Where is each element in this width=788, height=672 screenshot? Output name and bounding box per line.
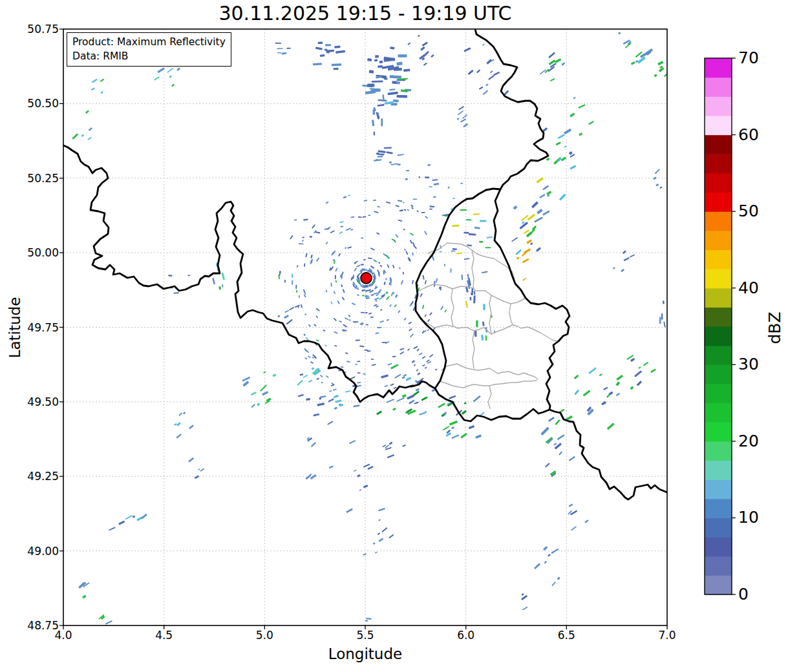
echo-pixel xyxy=(429,186,432,187)
echo-pixel xyxy=(661,313,663,320)
echo-pixel xyxy=(423,411,427,415)
colorbar-tick-label: 50 xyxy=(738,202,777,220)
echo-pixel xyxy=(314,324,317,326)
echo-pixel xyxy=(425,280,427,284)
echo-pixel xyxy=(339,221,344,223)
echo-pixel xyxy=(341,284,343,288)
echo-pixel xyxy=(251,404,255,408)
echo-pixel xyxy=(363,485,368,488)
echo-pixel xyxy=(460,183,463,184)
echo-pixel xyxy=(222,284,224,288)
echo-pixel xyxy=(303,375,308,379)
echo-pixel xyxy=(440,306,443,310)
colorbar-band xyxy=(705,364,732,384)
echo-pixel xyxy=(449,395,456,399)
echo-pixel xyxy=(448,187,450,189)
echo-pixel xyxy=(464,258,470,260)
echo-pixel xyxy=(325,344,327,346)
regional-border-line xyxy=(435,381,537,388)
echo-pixel xyxy=(522,221,525,224)
echo-pixel xyxy=(376,294,379,297)
echo-pixel xyxy=(379,265,382,268)
echo-pixel xyxy=(409,328,412,331)
echo-pixel xyxy=(348,319,351,321)
echo-pixel xyxy=(377,327,381,328)
echo-pixel xyxy=(450,268,451,273)
regional-border-line xyxy=(472,250,474,288)
echo-pixel xyxy=(423,63,427,67)
info-box: Product: Maximum Reflectivity Data: RMIB xyxy=(67,32,231,67)
echo-pixel xyxy=(568,503,573,507)
echo-pixel xyxy=(304,294,306,297)
echo-pixel xyxy=(325,202,328,204)
echo-pixel xyxy=(72,133,78,140)
echo-pixel xyxy=(398,54,407,58)
echo-pixel xyxy=(323,330,325,331)
echo-pixel xyxy=(634,370,642,377)
colorbar-band xyxy=(705,211,732,231)
echo-pixel xyxy=(420,293,423,297)
echo-pixel xyxy=(375,300,378,302)
echo-pixel xyxy=(485,335,487,341)
echo-pixel xyxy=(381,374,389,378)
echo-pixel xyxy=(377,104,384,107)
echo-pixel xyxy=(325,242,328,245)
echo-pixel xyxy=(542,210,550,215)
echo-pixel xyxy=(488,75,495,80)
echo-pixel xyxy=(397,95,407,98)
y-tick-label: 48.75 xyxy=(14,619,59,632)
echo-pixel xyxy=(315,231,321,233)
echo-pixel xyxy=(425,176,429,178)
echo-pixel xyxy=(413,198,418,200)
echo-pixel xyxy=(289,307,294,311)
x-tick-label: 5.5 xyxy=(346,629,385,642)
echo-pixel xyxy=(394,374,401,379)
echo-pixel xyxy=(371,359,374,360)
echo-pixel xyxy=(302,240,304,242)
echo-pixel xyxy=(384,147,392,149)
echo-pixel xyxy=(330,282,332,286)
echo-pixel xyxy=(490,70,493,73)
echo-pixel xyxy=(171,83,175,87)
echo-pixel xyxy=(429,209,432,210)
echo-pixel xyxy=(341,366,344,368)
echo-pixel xyxy=(136,517,142,521)
echo-pixel xyxy=(355,364,357,365)
echo-pixel xyxy=(389,162,392,164)
echo-pixel xyxy=(392,356,396,357)
echo-pixel xyxy=(345,317,349,320)
x-tick-label: 5.0 xyxy=(245,629,284,642)
echo-pixel xyxy=(374,132,376,136)
echo-pixel xyxy=(433,196,436,198)
y-tick-label: 50.50 xyxy=(14,97,59,110)
echo-pixel xyxy=(361,312,365,313)
echo-pixel xyxy=(301,304,303,308)
echo-pixel xyxy=(425,366,427,369)
echo-pixel xyxy=(408,322,411,324)
echo-pixel xyxy=(321,382,323,384)
echo-pixel xyxy=(300,373,304,375)
echo-pixel xyxy=(365,312,368,313)
echo-pixel xyxy=(178,412,182,416)
echo-pixel xyxy=(390,383,394,386)
colorbar-band xyxy=(705,58,732,78)
echo-pixel xyxy=(521,593,524,596)
echo-pixel xyxy=(385,278,387,280)
x-axis-label: Longitude xyxy=(63,646,667,662)
map-plot xyxy=(0,0,788,672)
echo-pixel xyxy=(284,280,286,283)
echo-pixel xyxy=(376,233,380,235)
echo-pixel xyxy=(222,272,225,280)
x-tick-label: 4.5 xyxy=(145,629,184,642)
echo-pixel xyxy=(416,210,419,212)
echo-pixel xyxy=(407,42,410,45)
echo-pixel xyxy=(334,68,339,70)
echo-pixel xyxy=(284,315,289,319)
echo-pixel xyxy=(305,253,307,258)
colorbar-tick-label: 40 xyxy=(738,278,777,297)
echo-pixel xyxy=(366,324,368,326)
y-tick-label: 49.50 xyxy=(14,395,59,408)
echo-pixel xyxy=(295,285,297,289)
echo-pixel xyxy=(378,532,381,535)
echo-pixel xyxy=(655,184,659,187)
